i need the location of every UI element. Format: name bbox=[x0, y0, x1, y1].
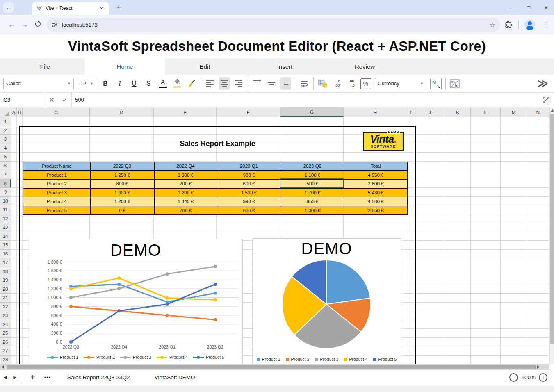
table-header-cell[interactable]: Product Name bbox=[23, 162, 90, 171]
table-header-cell[interactable]: 2023 Q2 bbox=[281, 162, 344, 171]
sales-table[interactable]: Product Name2022 Q32022 Q42023 Q12023 Q2… bbox=[23, 162, 408, 215]
zoom-in-button[interactable]: + bbox=[539, 373, 547, 382]
ribbon-tab-edit[interactable]: Edit bbox=[165, 58, 245, 75]
line-chart[interactable]: DEMO 1 800 €1 600 €1 400 €1 200 €1 000 €… bbox=[29, 239, 243, 364]
row-header-18[interactable]: 18 bbox=[0, 267, 11, 276]
row-header-8[interactable]: 8 bbox=[0, 179, 11, 188]
table-cell[interactable]: 1 300 € bbox=[154, 171, 217, 180]
align-center-button[interactable] bbox=[219, 77, 230, 90]
increase-decimal-button[interactable]: .00→.0 bbox=[346, 77, 357, 90]
table-cell[interactable]: 1 700 € bbox=[281, 188, 344, 197]
spreadsheet-grid[interactable]: ABCDEFGHIJKLMN 1234567891011121314151617… bbox=[0, 107, 549, 364]
row-header-7[interactable]: 7 bbox=[0, 170, 11, 179]
toolbar-overflow-icon[interactable]: ≫ bbox=[538, 77, 551, 89]
ribbon-tab-home[interactable]: Home bbox=[85, 58, 165, 75]
table-cell[interactable]: 1 000 € bbox=[90, 188, 154, 197]
row-header-15[interactable]: 15 bbox=[0, 241, 11, 250]
row-header-11[interactable]: 11 bbox=[0, 205, 11, 214]
table-cell[interactable]: 700 € bbox=[154, 206, 217, 215]
tab-search-icon[interactable]: ⌄ bbox=[3, 2, 14, 13]
vintasoft-logo[interactable]: DEMO Vinta. SOFTWARE bbox=[363, 132, 404, 151]
table-cell[interactable]: 700 € bbox=[154, 180, 217, 189]
reload-icon[interactable] bbox=[31, 20, 44, 30]
font-name-select[interactable]: Calibri▼ bbox=[3, 78, 74, 89]
column-header-N[interactable]: N bbox=[527, 107, 549, 117]
pie-chart[interactable]: DEMO Product 1Product 2Product 3Product … bbox=[252, 238, 401, 364]
table-cell[interactable]: Product 3 bbox=[23, 188, 90, 197]
zoom-out-button[interactable]: − bbox=[509, 373, 518, 382]
table-cell[interactable]: 950 € bbox=[281, 197, 344, 206]
close-icon[interactable]: ✕ bbox=[544, 5, 548, 11]
column-header-C[interactable]: C bbox=[23, 107, 90, 117]
show-formulas-button[interactable]: 15 fx bbox=[449, 77, 460, 90]
row-header-25[interactable]: 25 bbox=[0, 329, 11, 338]
align-top-button[interactable] bbox=[252, 77, 262, 90]
table-cell[interactable]: 1 300 € bbox=[281, 206, 344, 215]
table-cell[interactable]: Product 4 bbox=[23, 197, 90, 206]
column-header-H[interactable]: H bbox=[344, 107, 407, 117]
table-header-cell[interactable]: 2022 Q3 bbox=[90, 162, 154, 171]
column-header-L[interactable]: L bbox=[471, 107, 501, 117]
underline-button[interactable]: U bbox=[129, 77, 139, 90]
align-bottom-button[interactable] bbox=[280, 77, 291, 90]
row-header-12[interactable]: 12 bbox=[0, 214, 11, 223]
row-header-19[interactable]: 19 bbox=[0, 276, 11, 285]
table-cell[interactable]: 4 550 € bbox=[344, 171, 408, 180]
column-header-E[interactable]: E bbox=[154, 107, 217, 117]
column-header-D[interactable]: D bbox=[90, 107, 154, 117]
row-header-20[interactable]: 20 bbox=[0, 285, 11, 294]
scroll-left-icon[interactable] bbox=[2, 365, 4, 369]
vertical-scrollbar[interactable] bbox=[549, 107, 554, 364]
row-header-23[interactable]: 23 bbox=[0, 311, 11, 320]
next-sheet-icon[interactable]: ▶ bbox=[10, 375, 20, 380]
percent-format-button[interactable]: % bbox=[360, 77, 371, 90]
table-cell[interactable]: 600 € bbox=[217, 180, 281, 189]
table-cell[interactable]: 500 € bbox=[281, 180, 344, 189]
number-format-button[interactable] bbox=[317, 77, 328, 90]
row-header-4[interactable]: 4 bbox=[0, 144, 11, 153]
column-header-G[interactable]: G bbox=[280, 107, 344, 117]
cell-reference-input[interactable] bbox=[0, 97, 45, 103]
table-cell[interactable]: 800 € bbox=[90, 180, 154, 189]
row-header-27[interactable]: 27 bbox=[0, 346, 11, 356]
table-cell[interactable]: 2 600 € bbox=[344, 180, 408, 189]
row-header-5[interactable]: 5 bbox=[0, 153, 11, 162]
scroll-up-icon[interactable] bbox=[551, 109, 554, 112]
table-cell[interactable]: 900 € bbox=[217, 171, 281, 180]
sheet-tab[interactable]: VintaSoft DEMO bbox=[142, 374, 207, 381]
wrap-text-button[interactable] bbox=[299, 77, 310, 90]
align-left-button[interactable] bbox=[205, 77, 215, 90]
table-header-cell[interactable]: 2023 Q1 bbox=[217, 162, 281, 171]
table-cell[interactable]: 4 580 € bbox=[344, 197, 408, 206]
browser-tab[interactable]: Vite + React ✕ bbox=[32, 2, 109, 15]
table-cell[interactable]: 1 100 € bbox=[281, 171, 344, 180]
ribbon-tab-insert[interactable]: Insert bbox=[245, 58, 325, 75]
select-all-corner[interactable] bbox=[0, 107, 11, 117]
number-format-select[interactable]: Currency▼ bbox=[375, 78, 426, 89]
back-icon[interactable]: ← bbox=[5, 21, 18, 29]
column-header-I[interactable]: I bbox=[407, 107, 415, 117]
horizontal-scroll-thumb[interactable] bbox=[7, 365, 536, 369]
table-cell[interactable]: 5 430 € bbox=[344, 188, 408, 197]
cancel-icon[interactable]: ✕ bbox=[45, 93, 58, 107]
format-painter-button[interactable] bbox=[186, 77, 197, 90]
forward-icon[interactable]: → bbox=[18, 21, 31, 29]
ribbon-tab-file[interactable]: File bbox=[5, 58, 85, 75]
table-cell[interactable]: 1 530 € bbox=[217, 188, 281, 197]
table-header-cell[interactable]: 2022 Q4 bbox=[154, 162, 217, 171]
column-header-B[interactable]: B bbox=[17, 107, 23, 117]
italic-button[interactable]: I bbox=[114, 77, 125, 90]
address-bar[interactable]: localhost:5173 ☆ bbox=[47, 18, 500, 32]
table-cell[interactable]: Product 1 bbox=[23, 171, 90, 180]
row-header-14[interactable]: 14 bbox=[0, 232, 11, 241]
horizontal-scrollbar[interactable] bbox=[0, 364, 549, 370]
table-cell[interactable]: 1 200 € bbox=[90, 197, 154, 206]
strikethrough-button[interactable]: S bbox=[143, 77, 154, 90]
general-number-button[interactable]: N↘ bbox=[430, 77, 442, 90]
ribbon-tab-review[interactable]: Review bbox=[325, 58, 405, 75]
extensions-icon[interactable] bbox=[504, 21, 513, 29]
site-settings-icon[interactable] bbox=[52, 22, 58, 28]
font-color-button[interactable]: A bbox=[157, 77, 168, 90]
sheet-tab[interactable]: Sales Report 22Q3-23Q2 bbox=[55, 374, 142, 381]
fill-color-button[interactable] bbox=[172, 77, 182, 90]
